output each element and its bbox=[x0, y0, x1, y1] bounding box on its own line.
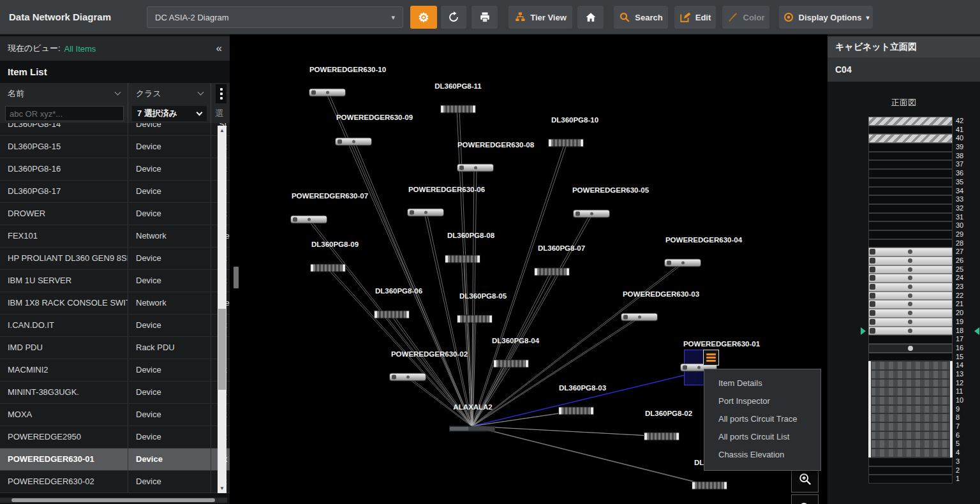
site-filter-dropdown[interactable]: 選択 bbox=[211, 104, 230, 123]
rack-unit-slot-26[interactable] bbox=[868, 256, 953, 265]
table-row[interactable]: DL360PG8-15DeviceSt bbox=[0, 136, 230, 158]
table-row[interactable]: MACMINI2DeviceSt bbox=[0, 359, 230, 382]
rack-unit-slot-35[interactable] bbox=[868, 178, 953, 187]
column-header-name[interactable]: 名前 bbox=[0, 83, 128, 104]
scrollbar-thumb[interactable] bbox=[218, 309, 226, 390]
rack-unit-slot-2[interactable] bbox=[868, 466, 953, 475]
device-node-icon[interactable] bbox=[644, 433, 679, 440]
rack-unit-slot-32[interactable] bbox=[868, 204, 953, 213]
collapse-panel-icon[interactable]: « bbox=[216, 42, 222, 55]
device-node-icon[interactable] bbox=[375, 311, 409, 318]
menu-item[interactable]: All ports Circuit List bbox=[704, 428, 820, 446]
rack-unit-slot-24[interactable] bbox=[868, 274, 953, 283]
device-node-icon[interactable] bbox=[494, 360, 528, 367]
rack-unit-slot-36[interactable] bbox=[868, 169, 953, 178]
rack-unit-slot-39[interactable] bbox=[868, 143, 953, 152]
rack-unit-slot-40[interactable] bbox=[868, 134, 953, 143]
device-node-icon[interactable] bbox=[457, 165, 493, 172]
scrollbar-thumb[interactable] bbox=[11, 498, 215, 502]
table-row[interactable]: DROWERDeviceSt bbox=[0, 203, 230, 225]
rack-unit-slot-17[interactable] bbox=[868, 335, 953, 344]
menu-item[interactable]: Port Inspector bbox=[704, 392, 820, 410]
node-context-menu-button[interactable] bbox=[703, 350, 719, 366]
table-row[interactable]: MOXADeviceSt bbox=[0, 404, 230, 426]
device-node-icon[interactable] bbox=[559, 408, 593, 415]
rack-unit-slot-14[interactable] bbox=[868, 361, 953, 370]
menu-item[interactable]: Chassis Elevation bbox=[704, 446, 820, 464]
rack-unit-slot-41[interactable] bbox=[868, 126, 953, 135]
device-node-icon[interactable] bbox=[311, 265, 345, 272]
rack-unit-slot-6[interactable] bbox=[868, 431, 953, 440]
rack-unit-slot-37[interactable] bbox=[868, 160, 953, 169]
class-filter-dropdown[interactable]: 7 選択済み bbox=[132, 106, 207, 121]
rack-unit-slot-22[interactable] bbox=[868, 292, 953, 300]
rack-unit-slot-9[interactable] bbox=[868, 405, 953, 414]
rack-unit-slot-31[interactable] bbox=[868, 213, 953, 222]
rack-unit-slot-10[interactable] bbox=[868, 396, 953, 405]
name-filter-input[interactable] bbox=[5, 106, 124, 121]
table-row[interactable]: IBM 1U SERVERDeviceSt bbox=[0, 270, 230, 292]
device-node-icon[interactable] bbox=[574, 211, 609, 218]
column-header-class[interactable]: クラス bbox=[128, 83, 211, 104]
print-button[interactable] bbox=[471, 6, 498, 29]
table-row[interactable]: POWEREDGER630-02DeviceSt bbox=[0, 471, 230, 493]
panel-resize-handle[interactable] bbox=[234, 267, 239, 288]
rack-unit-slot-38[interactable] bbox=[868, 152, 953, 161]
rack-unit-slot-4[interactable] bbox=[868, 448, 953, 457]
menu-item[interactable]: All ports Circuit Trace bbox=[704, 410, 820, 428]
hub-node-icon[interactable] bbox=[449, 426, 495, 432]
rack-unit-slot-27[interactable] bbox=[868, 248, 953, 256]
rack-unit-slot-11[interactable] bbox=[868, 387, 953, 396]
vertical-scrollbar[interactable]: ▲ ▼ bbox=[218, 126, 226, 493]
table-row[interactable]: IMD PDURack PDUA bbox=[0, 337, 230, 359]
device-node-icon[interactable] bbox=[441, 106, 475, 113]
device-node-icon[interactable] bbox=[336, 138, 371, 145]
rack-unit-slot-20[interactable] bbox=[868, 309, 953, 318]
rack-unit-slot-1[interactable] bbox=[868, 475, 953, 484]
rack-unit-slot-30[interactable] bbox=[868, 221, 953, 230]
diagram-select[interactable]: DC ASIA-2 Diagram ▾ bbox=[147, 6, 403, 28]
device-node-icon[interactable] bbox=[549, 140, 583, 147]
rack-unit-slot-13[interactable] bbox=[868, 370, 953, 379]
table-row[interactable]: MININT-38G3UGK.DeviceSt bbox=[0, 382, 230, 404]
table-row[interactable]: I.CAN.DO.ITDeviceSt bbox=[0, 315, 230, 337]
table-row[interactable]: DL360PG8-16DeviceSt bbox=[0, 158, 230, 181]
rack-unit-slot-7[interactable] bbox=[868, 422, 953, 431]
column-menu-button[interactable] bbox=[216, 84, 226, 103]
rack-unit-slot-5[interactable] bbox=[868, 440, 953, 448]
rack-unit-slot-34[interactable] bbox=[868, 187, 953, 196]
table-row[interactable]: DL360PG8-14DeviceSt bbox=[0, 123, 230, 136]
scroll-up-icon[interactable]: ▲ bbox=[218, 126, 226, 135]
table-row[interactable]: POWEREDGE2950DeviceSt bbox=[0, 426, 230, 448]
rack-unit-slot-16[interactable] bbox=[868, 344, 953, 353]
rack-unit-slot-33[interactable] bbox=[868, 195, 953, 204]
device-node-icon[interactable] bbox=[445, 256, 480, 263]
device-node-icon[interactable] bbox=[390, 374, 426, 381]
rack-unit-slot-25[interactable] bbox=[868, 265, 953, 274]
horizontal-scrollbar[interactable] bbox=[0, 498, 227, 503]
device-node-icon[interactable] bbox=[457, 316, 492, 323]
rack-unit-slot-21[interactable] bbox=[868, 300, 953, 309]
diagram-canvas[interactable]: Item DetailsPort InspectorAll ports Circ… bbox=[230, 34, 828, 504]
rack-unit-slot-19[interactable] bbox=[868, 318, 953, 327]
table-row[interactable]: FEX101NetworkNe bbox=[0, 225, 230, 248]
menu-item[interactable]: Item Details bbox=[704, 374, 820, 392]
zoom-out-button[interactable] bbox=[791, 494, 819, 504]
display-options-button[interactable]: Display Options ▾ bbox=[779, 6, 873, 29]
refresh-button[interactable] bbox=[441, 6, 466, 29]
home-button[interactable] bbox=[577, 6, 604, 29]
table-row[interactable]: HP PROLIANT DL360 GEN9 8SFFDeviceSt bbox=[0, 248, 230, 270]
edit-button[interactable]: Edit bbox=[674, 6, 716, 29]
search-button[interactable]: Search bbox=[614, 6, 668, 29]
tier-view-button[interactable]: Tier View bbox=[509, 6, 572, 29]
settings-button[interactable]: ⚙ bbox=[410, 6, 437, 29]
device-node-icon[interactable] bbox=[621, 314, 657, 321]
device-node-icon[interactable] bbox=[408, 209, 443, 216]
scroll-down-icon[interactable]: ▼ bbox=[218, 484, 226, 493]
rack-unit-slot-28[interactable] bbox=[868, 239, 953, 248]
rack-unit-slot-15[interactable] bbox=[868, 353, 953, 362]
device-node-icon[interactable] bbox=[291, 216, 327, 223]
table-row[interactable]: IBM 1X8 RACK CONSOLE SWIT...NetworkNe bbox=[0, 292, 230, 315]
device-node-icon[interactable] bbox=[692, 482, 727, 489]
color-button[interactable]: Color bbox=[722, 6, 769, 29]
